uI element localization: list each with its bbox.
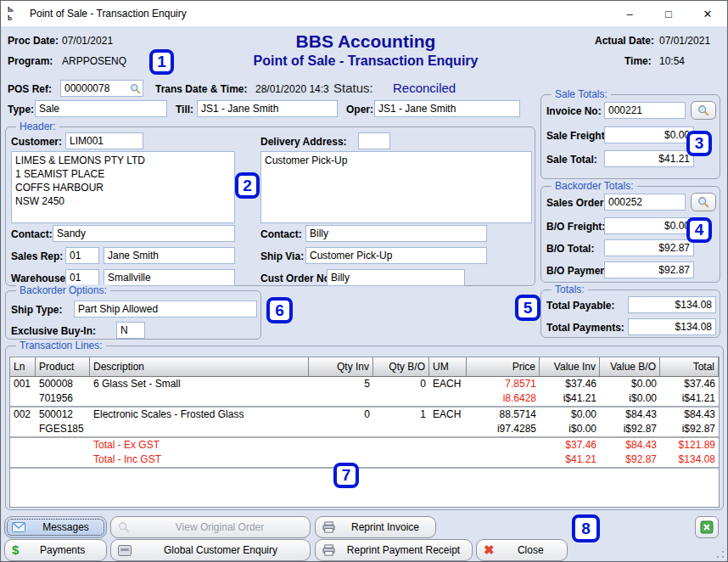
sale-freight-field[interactable]: $0.00 — [604, 126, 694, 143]
printer-icon — [322, 521, 335, 533]
app-subtitle: Point of Sale - Transaction Enquiry — [179, 53, 552, 69]
till-drawer-icon — [118, 545, 132, 556]
reprint-invoice-button[interactable]: Reprint Invoice — [315, 516, 436, 538]
application-window: bsb Point of Sale - Transaction Enquiry … — [0, 0, 728, 562]
close-button[interactable]: ✖ Close — [476, 539, 568, 561]
minimize-button[interactable]: – — [610, 1, 649, 26]
messages-button[interactable]: Messages — [4, 516, 107, 538]
proc-date-value: 07/01/2021 — [62, 35, 113, 47]
view-original-order-button[interactable]: View Original Order — [110, 516, 311, 538]
invoice-search-button[interactable] — [691, 101, 716, 120]
backorder-totals-legend: Backorder Totals: — [552, 180, 637, 192]
app-icon: bsb — [8, 6, 25, 22]
actual-date-value: 07/01/2021 — [659, 35, 710, 47]
warehouse-code-field[interactable]: 01 — [65, 269, 99, 286]
ship-type-label: Ship Type: — [11, 304, 62, 316]
totals-row-inc-gst: Total - Inc GST $41.21 $92.87 $134.08 — [10, 452, 719, 469]
sale-freight-label: Sale Freight: — [546, 130, 608, 142]
invoice-no-field[interactable]: 000221 — [604, 102, 686, 119]
table-row[interactable]: 002 500012 FGES185 Electronic Scales - F… — [10, 407, 719, 438]
window-title: Point of Sale - Transaction Enquiry — [30, 8, 187, 20]
search-icon — [118, 521, 130, 533]
table-row[interactable]: 001 500008 701956 6 Glass Set - Small 5 … — [10, 377, 719, 407]
oper-field[interactable]: JS1 - Jane Smith — [374, 100, 520, 117]
total-payments-label: Total Payments: — [546, 322, 624, 334]
envelope-icon — [12, 522, 25, 532]
sales-order-field[interactable]: 000252 — [604, 194, 686, 211]
annotation-marker-4: 4 — [686, 217, 712, 243]
annotation-marker-2: 2 — [235, 172, 260, 199]
bo-total-label: B/O Total: — [546, 243, 594, 255]
status-value: Reconciled — [393, 81, 456, 95]
contact-left-field[interactable]: Sandy — [53, 225, 235, 242]
reprint-payment-receipt-button[interactable]: Reprint Payment Receipt — [315, 539, 473, 561]
delivery-address-label: Delivery Address: — [260, 136, 347, 148]
sales-rep-name-field[interactable]: Jane Smith — [104, 247, 235, 264]
customer-field[interactable]: LIM001 — [65, 132, 143, 149]
total-payments-field[interactable]: $134.08 — [628, 318, 716, 335]
bo-freight-field[interactable]: $0.00 — [604, 217, 694, 234]
ship-type-field[interactable]: Part Ship Allowed — [74, 301, 257, 318]
till-field[interactable]: JS1 - Jane Smith — [197, 100, 338, 117]
time-label: Time: — [624, 55, 652, 67]
close-window-button[interactable]: ✕ — [688, 1, 727, 26]
type-field[interactable]: Sale — [35, 100, 167, 117]
sale-total-field[interactable]: $41.21 — [604, 150, 694, 167]
contact-right-field[interactable]: Billy — [305, 225, 487, 242]
search-icon — [697, 196, 709, 208]
pos-ref-input[interactable]: 00000078 — [60, 80, 143, 97]
delivery-address-code-field[interactable] — [358, 132, 390, 149]
trans-date-label: Trans Date & Time: — [155, 83, 247, 95]
header-group: Header: Customer: LIM001 Delivery Addres… — [5, 126, 535, 286]
dollar-icon: $ — [12, 544, 19, 556]
oper-label: Oper: — [346, 104, 373, 115]
sale-totals-legend: Sale Totals: — [552, 88, 611, 100]
payments-button[interactable]: $ Payments — [4, 539, 107, 561]
total-payable-label: Total Payable: — [546, 300, 614, 312]
sales-rep-code-field[interactable]: 01 — [65, 247, 99, 264]
bo-freight-label: B/O Freight: — [546, 221, 605, 233]
title-bar: bsb Point of Sale - Transaction Enquiry … — [1, 1, 727, 26]
bo-payment-label: B/O Payment: — [546, 265, 613, 277]
app-title: BBS Accounting — [196, 31, 535, 52]
warehouse-name-field[interactable]: Smallville — [104, 269, 235, 286]
excel-icon — [700, 520, 714, 534]
backorder-options-group: Backorder Options: Ship Type: Part Ship … — [5, 290, 261, 340]
maximize-button[interactable]: □ — [649, 1, 688, 26]
till-label: Till: — [176, 104, 193, 115]
proc-date-label: Proc Date: — [8, 35, 59, 47]
status-label: Status: — [333, 81, 373, 95]
annotation-marker-8: 8 — [572, 514, 600, 542]
sales-order-label: Sales Order: — [546, 197, 607, 209]
program-value: ARPPOSENQ — [62, 55, 126, 67]
sales-rep-label: Sales Rep: — [11, 250, 63, 262]
totals-group: Totals: Total Payable: $134.08 Total Pay… — [540, 289, 720, 338]
total-payable-field[interactable]: $134.08 — [628, 296, 716, 313]
program-label: Program: — [8, 55, 53, 67]
warehouse-label: Warehouse: — [11, 273, 69, 284]
exclusive-buyin-field[interactable]: N — [116, 322, 145, 339]
export-excel-button[interactable] — [695, 516, 719, 538]
global-customer-enquiry-button[interactable]: Global Customer Enquiry — [110, 539, 311, 561]
sales-order-search-button[interactable] — [691, 193, 716, 211]
totals-legend: Totals: — [552, 284, 588, 295]
printer-icon — [322, 544, 335, 556]
type-label: Type: — [8, 104, 34, 115]
exclusive-buyin-label: Exclusive Buy-In: — [11, 325, 96, 337]
cust-order-no-label: Cust Order No: — [260, 273, 333, 284]
annotation-marker-5: 5 — [515, 295, 540, 321]
bo-payment-field[interactable]: $92.87 — [604, 261, 694, 278]
table-header-row: Ln Product Description Qty Inv Qty B/O U… — [10, 357, 719, 377]
sale-total-label: Sale Total: — [546, 154, 597, 166]
ship-via-field[interactable]: Customer Pick-Up — [305, 247, 487, 264]
search-icon[interactable] — [130, 83, 141, 94]
contact-right-label: Contact: — [260, 228, 302, 240]
customer-address-box[interactable]: LIMES & LEMONS PTY LTD 1 SEAMIST PLACE C… — [11, 151, 235, 223]
backorder-options-legend: Backorder Options: — [16, 284, 110, 296]
cust-order-no-field[interactable]: Billy — [327, 269, 465, 286]
transaction-lines-legend: Transaction Lines: — [16, 340, 106, 351]
contact-left-label: Contact: — [11, 228, 53, 240]
bo-total-field[interactable]: $92.87 — [604, 239, 694, 256]
delivery-address-box[interactable]: Customer Pick-Up — [260, 151, 532, 223]
resize-grip[interactable] — [716, 550, 725, 559]
